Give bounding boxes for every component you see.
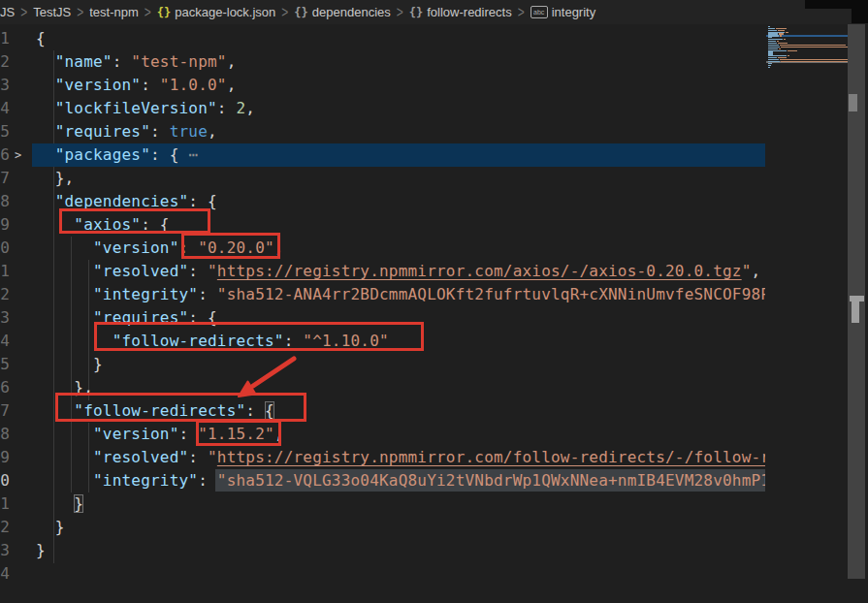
line-number: 3	[0, 74, 10, 97]
minimap-line	[780, 35, 782, 36]
breadcrumb-separator-icon: >	[281, 3, 288, 20]
code-line[interactable]: 11 "resolved": "https://registry.npmmirr…	[0, 260, 765, 283]
json-braces-icon: {}	[294, 6, 307, 19]
minimap-line	[784, 39, 786, 40]
line-number: 5	[0, 120, 10, 143]
code-line[interactable]: 6> "packages": { ⋯	[0, 143, 765, 167]
line-number: 4	[0, 97, 10, 120]
breadcrumb-item-label: package-lock.json	[175, 5, 275, 19]
code-line-text: "integrity": "sha512-VQLG33o04KaQ8uYi2tV…	[36, 469, 765, 492]
line-number: 12	[0, 283, 10, 306]
minimap-line	[786, 32, 788, 33]
line-number: 2	[0, 50, 10, 74]
annotation-box-follow-redirects-version	[196, 420, 281, 446]
code-line-text: "lockfileVersion": 2,	[36, 97, 255, 120]
annotation-box-axios	[59, 208, 210, 234]
breadcrumb-item-label: TestJS	[33, 5, 71, 19]
annotation-box-requires-follow-redirects	[94, 322, 424, 351]
breadcrumb-item-js[interactable]: JS	[0, 5, 15, 19]
minimap[interactable]	[766, 24, 849, 582]
annotation-arrow-icon	[221, 351, 308, 409]
vscode-editor-window: JS>TestJS>test-npm>{}package-lock.json>{…	[0, 0, 868, 603]
code-line-text: "packages": { ⋯	[36, 143, 198, 167]
breadcrumb-separator-icon: >	[77, 3, 83, 20]
line-number: 22	[0, 516, 10, 539]
line-number: 11	[0, 260, 10, 283]
code-line[interactable]: 12 "integrity": "sha512-ANA4rr2BDcmmAQLO…	[0, 283, 765, 306]
code-line[interactable]: 20 "integrity": "sha512-VQLG33o04KaQ8uYi…	[0, 469, 765, 492]
code-line[interactable]: 23}	[0, 539, 765, 562]
top-right-cut-artifact	[852, 9, 868, 23]
breadcrumb-separator-icon: >	[397, 3, 403, 20]
breadcrumb-separator-icon: >	[145, 3, 151, 20]
code-line-text: }	[36, 353, 103, 376]
annotation-box-axios-version	[181, 233, 280, 259]
code-line[interactable]: 18 "version": "1.15.2",	[0, 423, 765, 446]
code-line-text: }	[36, 539, 46, 562]
line-number: 19	[0, 446, 10, 469]
code-line-text: "version": "1.0.0",	[36, 74, 237, 97]
breadcrumb-item-follow-redirects[interactable]: {}follow-redirects	[409, 5, 512, 19]
breadcrumb-item-integrity[interactable]: abcintegrity	[530, 5, 596, 19]
json-braces-icon: {}	[409, 6, 423, 19]
line-number: 13	[0, 306, 10, 330]
code-line-text: "name": "test-npm",	[36, 50, 237, 74]
breadcrumb-separator-icon: >	[518, 3, 525, 20]
line-number: 17	[0, 399, 10, 423]
breadcrumb-item-label: follow-redirects	[427, 5, 511, 19]
minimap-line	[781, 47, 849, 48]
breadcrumb-item-testjs[interactable]: TestJS	[33, 5, 71, 19]
breadcrumb-item-label: JS	[0, 5, 15, 19]
code-line[interactable]: 5 "requires": true,	[0, 120, 765, 143]
code-line[interactable]: 4 "lockfileVersion": 2,	[0, 97, 765, 120]
line-number: 10	[0, 237, 10, 260]
code-line[interactable]: 19 "resolved": "https://registry.npmmirr…	[0, 446, 765, 469]
breadcrumb-item-label: integrity	[552, 5, 596, 19]
scrollbar-thumb[interactable]	[849, 94, 857, 111]
symbol-string-abc-icon: abc	[530, 6, 548, 18]
line-number: 8	[0, 190, 10, 213]
line-number: 23	[0, 539, 10, 562]
code-line-text: }	[36, 492, 83, 516]
code-line-text: {	[36, 27, 46, 50]
code-line[interactable]: 3 "version": "1.0.0",	[0, 74, 765, 97]
code-line-text: "resolved": "https://registry.npmmirror.…	[36, 260, 760, 283]
line-number: 24	[0, 562, 10, 586]
code-line[interactable]: 1{	[0, 27, 765, 50]
breadcrumb-item-test-npm[interactable]: test-npm	[89, 5, 139, 19]
code-line[interactable]: 10 "version": "0.20.0",	[0, 237, 765, 260]
code-line[interactable]: 21 }	[0, 492, 765, 516]
top-right-cut-artifact	[805, 0, 868, 9]
code-line[interactable]: 24	[0, 562, 765, 586]
code-line-text: "integrity": "sha512-ANA4rr2BDcmmAQLOKft…	[36, 283, 765, 306]
minimap-line	[768, 67, 770, 68]
line-number: 18	[0, 423, 10, 446]
code-line-text: }	[36, 516, 65, 539]
line-number: 21	[0, 492, 10, 516]
breadcrumb-item-label: dependencies	[312, 5, 391, 19]
code-line[interactable]: 2 "name": "test-npm",	[0, 50, 765, 74]
line-number: 7	[0, 167, 10, 190]
code-line[interactable]: 15 }	[0, 353, 765, 376]
breadcrumb-separator-icon: >	[20, 3, 27, 20]
breadcrumb-item-label: test-npm	[89, 5, 139, 19]
breadcrumb-item-package-lock-json[interactable]: {}package-lock.json	[157, 5, 276, 19]
json-braces-icon: {}	[157, 6, 171, 19]
code-line-text: "requires": true,	[36, 120, 217, 143]
code-line[interactable]: 7 },	[0, 167, 765, 190]
code-line[interactable]: 22 }	[0, 516, 765, 539]
line-number: 14	[0, 330, 10, 353]
code-area[interactable]: 1{2 "name": "test-npm",3 "version": "1.0…	[0, 24, 765, 603]
breadcrumb: JS>TestJS>test-npm>{}package-lock.json>{…	[0, 0, 868, 24]
minimap-line	[788, 55, 789, 56]
minimap-line	[788, 50, 797, 51]
line-number: 20	[0, 469, 10, 492]
fold-chevron-icon[interactable]: >	[15, 143, 21, 167]
code-line-text: "resolved": "https://registry.npmmirror.…	[36, 446, 765, 469]
line-number: 6	[0, 143, 10, 167]
line-number: 15	[0, 353, 10, 376]
scrollbar-thumb-secondary-stem[interactable]	[852, 302, 859, 323]
minimap-line	[781, 61, 849, 62]
line-number: 1	[0, 27, 10, 50]
breadcrumb-item-dependencies[interactable]: {}dependencies	[294, 5, 390, 19]
